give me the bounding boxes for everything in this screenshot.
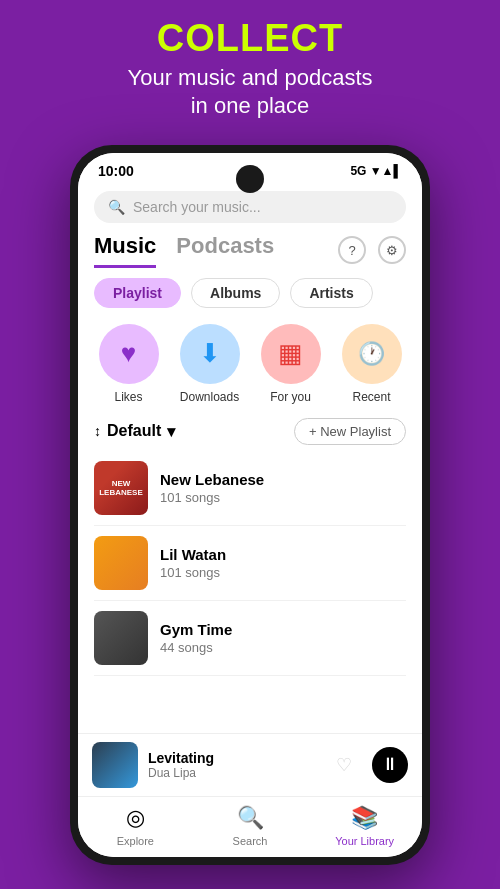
tab-music[interactable]: Music xyxy=(94,233,156,268)
sort-icon: ↕ xyxy=(94,423,101,439)
playlist-info: Lil Watan 101 songs xyxy=(160,546,406,580)
search-icon: 🔍 xyxy=(108,199,125,215)
search-input-placeholder: Search your music... xyxy=(133,199,261,215)
now-playing-controls: ♡ ⏸ xyxy=(326,747,408,783)
for-you-label: For you xyxy=(270,390,311,404)
now-playing-thumb xyxy=(92,742,138,788)
search-label: Search xyxy=(233,835,268,847)
playlist-info: New Lebanese 101 songs xyxy=(160,471,406,505)
list-item[interactable]: NEWLEBANESE New Lebanese 101 songs xyxy=(94,451,406,526)
tabs-left: Music Podcasts xyxy=(94,233,274,268)
new-playlist-button[interactable]: + New Playlist xyxy=(294,418,406,445)
status-icons: 5G ▼▲▌ xyxy=(350,164,402,178)
sort-label: Default xyxy=(107,422,161,440)
likes-label: Likes xyxy=(114,390,142,404)
nav-your-library[interactable]: 📚 Your Library xyxy=(307,805,422,847)
quick-downloads[interactable]: ⬇ Downloads xyxy=(180,324,240,404)
help-button[interactable]: ? xyxy=(338,236,366,264)
now-playing-info: Levitating Dua Lipa xyxy=(148,750,316,780)
filter-pills: Playlist Albums Artists xyxy=(78,268,422,314)
playlist-thumb-gym-time xyxy=(94,611,148,665)
recent-label: Recent xyxy=(352,390,390,404)
now-playing-artist: Dua Lipa xyxy=(148,766,316,780)
tabs-right: ? ⚙ xyxy=(338,236,406,264)
filter-artists[interactable]: Artists xyxy=(290,278,372,308)
downloads-label: Downloads xyxy=(180,390,239,404)
settings-button[interactable]: ⚙ xyxy=(378,236,406,264)
bottom-nav: ◎ Explore 🔍 Search 📚 Your Library xyxy=(78,796,422,857)
tab-podcasts[interactable]: Podcasts xyxy=(176,233,274,268)
camera-notch xyxy=(236,165,264,193)
list-item[interactable]: Lil Watan 101 songs xyxy=(94,526,406,601)
banner-subtitle: Your music and podcasts in one place xyxy=(20,64,480,121)
nav-explore[interactable]: ◎ Explore xyxy=(78,805,193,847)
pause-button[interactable]: ⏸ xyxy=(372,747,408,783)
playlist-name: New Lebanese xyxy=(160,471,406,488)
playlist-count: 101 songs xyxy=(160,490,406,505)
phone-frame: 10:00 5G ▼▲▌ 🔍 Search your music... Musi… xyxy=(70,145,430,865)
list-header: ↕ Default ▾ + New Playlist xyxy=(78,410,422,451)
quick-for-you[interactable]: ▦ For you xyxy=(261,324,321,404)
playlist-thumb-new-lebanese: NEWLEBANESE xyxy=(94,461,148,515)
dropdown-icon: ▾ xyxy=(167,422,175,441)
recent-icon: 🕐 xyxy=(342,324,402,384)
phone-screen: 10:00 5G ▼▲▌ 🔍 Search your music... Musi… xyxy=(78,153,422,857)
status-time: 10:00 xyxy=(98,163,134,179)
search-bar[interactable]: 🔍 Search your music... xyxy=(94,191,406,223)
filter-albums[interactable]: Albums xyxy=(191,278,280,308)
list-item[interactable]: Gym Time 44 songs xyxy=(94,601,406,676)
like-button[interactable]: ♡ xyxy=(326,747,362,783)
for-you-icon: ▦ xyxy=(261,324,321,384)
quick-recent[interactable]: 🕐 Recent xyxy=(342,324,402,404)
now-playing-title: Levitating xyxy=(148,750,316,766)
banner: COLLECT Your music and podcasts in one p… xyxy=(0,0,500,141)
playlist-name: Gym Time xyxy=(160,621,406,638)
playlist-info: Gym Time 44 songs xyxy=(160,621,406,655)
playlist-list: NEWLEBANESE New Lebanese 101 songs Lil W… xyxy=(78,451,422,733)
filter-playlist[interactable]: Playlist xyxy=(94,278,181,308)
likes-icon: ♥ xyxy=(99,324,159,384)
tabs-container: Music Podcasts ? ⚙ xyxy=(78,229,422,268)
nav-search[interactable]: 🔍 Search xyxy=(193,805,308,847)
quick-likes[interactable]: ♥ Likes xyxy=(99,324,159,404)
playlist-count: 44 songs xyxy=(160,640,406,655)
search-nav-icon: 🔍 xyxy=(237,805,264,831)
downloads-icon: ⬇ xyxy=(180,324,240,384)
now-playing-bar[interactable]: Levitating Dua Lipa ♡ ⏸ xyxy=(78,733,422,796)
quick-access: ♥ Likes ⬇ Downloads ▦ For you 🕐 Recent xyxy=(78,314,422,410)
playlist-thumb-lil-watan xyxy=(94,536,148,590)
sort-control[interactable]: ↕ Default ▾ xyxy=(94,422,175,441)
explore-icon: ◎ xyxy=(126,805,145,831)
library-label: Your Library xyxy=(335,835,394,847)
playlist-name: Lil Watan xyxy=(160,546,406,563)
banner-title: COLLECT xyxy=(20,18,480,60)
playlist-count: 101 songs xyxy=(160,565,406,580)
library-icon: 📚 xyxy=(351,805,378,831)
explore-label: Explore xyxy=(117,835,154,847)
